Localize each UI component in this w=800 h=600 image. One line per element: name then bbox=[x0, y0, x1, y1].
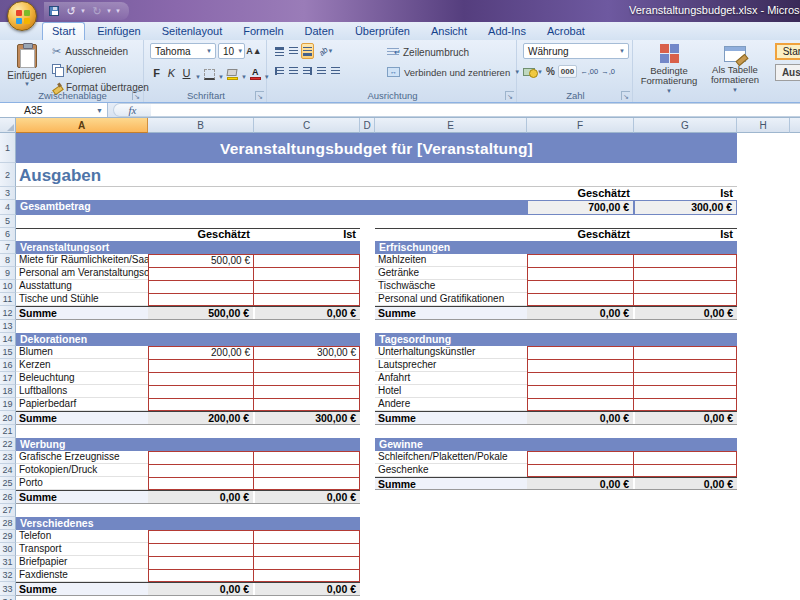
sum-actual-value[interactable]: 0,00 € bbox=[255, 490, 360, 504]
borders-button[interactable] bbox=[203, 65, 216, 80]
alignment-dialog-launcher[interactable]: ↘ bbox=[505, 91, 514, 100]
item-label[interactable]: Transport bbox=[16, 543, 148, 556]
align-bottom-button[interactable] bbox=[301, 43, 314, 59]
font-name-combo[interactable]: Tahoma▼ bbox=[150, 43, 216, 59]
sum-estimated-value[interactable]: 0,00 € bbox=[527, 411, 633, 425]
sum-label[interactable]: Summe bbox=[16, 306, 148, 320]
section-band-right-0[interactable]: Erfrischungen bbox=[375, 241, 737, 254]
underline-button[interactable]: U bbox=[180, 65, 193, 80]
paste-dropdown-icon[interactable]: ▼ bbox=[24, 81, 30, 87]
align-left-button[interactable] bbox=[273, 63, 286, 79]
row-header-29[interactable]: 29 bbox=[0, 530, 16, 543]
actual-header[interactable]: Ist bbox=[634, 228, 737, 241]
decrease-decimal-button[interactable]: →,0 bbox=[601, 67, 615, 76]
item-actual-value[interactable]: 300,00 € bbox=[254, 346, 360, 359]
item-estimated-value[interactable]: 200,00 € bbox=[148, 346, 254, 359]
tab-einfgen[interactable]: Einfügen bbox=[88, 23, 149, 40]
item-label[interactable]: Getränke bbox=[375, 267, 527, 280]
item-label[interactable]: Blumen bbox=[16, 346, 148, 359]
item-label[interactable]: Porto bbox=[16, 477, 148, 490]
item-label[interactable]: Tischwäsche bbox=[375, 280, 527, 293]
actual-header[interactable]: Ist bbox=[634, 187, 737, 200]
row-header-18[interactable]: 18 bbox=[0, 385, 16, 398]
item-label[interactable]: Geschenke bbox=[375, 464, 527, 477]
clipboard-dialog-launcher[interactable]: ↘ bbox=[132, 91, 141, 100]
office-button[interactable] bbox=[7, 1, 37, 31]
select-all-corner[interactable] bbox=[0, 118, 16, 133]
column-header-A[interactable]: A bbox=[16, 118, 148, 133]
percent-style-button[interactable]: % bbox=[546, 66, 555, 77]
underline-dropdown-icon[interactable]: ▼ bbox=[195, 74, 201, 80]
align-center-button[interactable] bbox=[287, 63, 300, 79]
row-header-14[interactable]: 14 bbox=[0, 333, 16, 346]
number-format-combo[interactable]: Währung▼ bbox=[523, 43, 629, 59]
tab-start[interactable]: Start bbox=[42, 22, 85, 40]
section-band-left-0[interactable]: Veranstaltungsort bbox=[16, 241, 360, 254]
input-cell-range[interactable] bbox=[148, 451, 254, 490]
item-label[interactable]: Ausstattung bbox=[16, 280, 148, 293]
formula-input[interactable] bbox=[151, 103, 800, 117]
section-band-left-2[interactable]: Werbung bbox=[16, 438, 360, 451]
item-label[interactable]: Briefpapier bbox=[16, 556, 148, 569]
sheet-heading[interactable]: Ausgaben bbox=[16, 163, 737, 187]
fill-color-dropdown-icon[interactable]: ▼ bbox=[241, 74, 247, 80]
tab-acrobat[interactable]: Acrobat bbox=[538, 23, 594, 40]
row-header-22[interactable]: 22 bbox=[0, 438, 16, 451]
sum-actual-value[interactable]: 0,00 € bbox=[635, 306, 737, 320]
input-cell-range[interactable] bbox=[527, 346, 634, 411]
item-label[interactable]: Lautsprecher bbox=[375, 359, 527, 372]
estimated-header[interactable]: Geschätzt bbox=[527, 187, 634, 200]
row-header-24[interactable]: 24 bbox=[0, 464, 16, 477]
item-label[interactable]: Miete für Räumlichkeiten/Saal bbox=[16, 254, 148, 267]
sum-estimated-value[interactable]: 0,00 € bbox=[148, 582, 253, 596]
row-header-19[interactable]: 19 bbox=[0, 398, 16, 411]
row-header-7[interactable]: 7 bbox=[0, 241, 16, 254]
row-header-32[interactable]: 32 bbox=[0, 569, 16, 582]
item-label[interactable]: Beleuchtung bbox=[16, 372, 148, 385]
row-header-27[interactable]: 27 bbox=[0, 504, 16, 517]
sum-estimated-value[interactable]: 500,00 € bbox=[148, 306, 253, 320]
sum-label[interactable]: Summe bbox=[16, 490, 148, 504]
item-label[interactable]: Anfahrt bbox=[375, 372, 527, 385]
row-header-26[interactable]: 26 bbox=[0, 490, 16, 504]
column-header-E[interactable]: E bbox=[375, 118, 527, 133]
row-header-20[interactable]: 20 bbox=[0, 411, 16, 425]
input-cell-range[interactable] bbox=[254, 451, 360, 490]
worksheet[interactable]: ABCDEFGH12345678910111213141516171819202… bbox=[0, 118, 800, 600]
insert-function-button[interactable]: fx bbox=[113, 103, 151, 117]
row-header-11[interactable]: 11 bbox=[0, 293, 16, 306]
align-right-button[interactable] bbox=[301, 63, 314, 79]
item-label[interactable]: Luftballons bbox=[16, 385, 148, 398]
increase-decimal-button[interactable]: ←,00 bbox=[580, 67, 598, 76]
grow-font-button[interactable]: A▲ bbox=[247, 44, 261, 59]
orientation-button[interactable]: ab▼ bbox=[315, 43, 337, 59]
wrap-text-button[interactable]: Zeilenumbruch bbox=[387, 45, 520, 59]
row-header-30[interactable]: 30 bbox=[0, 543, 16, 556]
merge-center-button[interactable]: ↔Verbinden und zentrieren▼ bbox=[387, 65, 520, 79]
fill-color-button[interactable] bbox=[226, 65, 239, 80]
sum-actual-value[interactable]: 0,00 € bbox=[255, 582, 360, 596]
row-header-13[interactable]: 13 bbox=[0, 320, 16, 333]
item-label[interactable]: Personal am Veranstaltungsort bbox=[16, 267, 148, 280]
sum-estimated-value[interactable]: 0,00 € bbox=[148, 490, 253, 504]
column-header-D[interactable]: D bbox=[360, 118, 375, 133]
row-header-12[interactable]: 12 bbox=[0, 306, 16, 320]
number-dialog-launcher[interactable]: ↘ bbox=[621, 91, 630, 100]
copy-button[interactable]: Kopieren bbox=[52, 62, 149, 76]
increase-indent-button[interactable] bbox=[329, 63, 342, 79]
item-label[interactable]: Mahlzeiten bbox=[375, 254, 527, 267]
undo-dropdown-icon[interactable]: ▼ bbox=[80, 8, 88, 14]
tab-formeln[interactable]: Formeln bbox=[234, 23, 292, 40]
sum-label[interactable]: Summe bbox=[16, 411, 148, 425]
sum-label[interactable]: Summe bbox=[375, 411, 527, 425]
sum-label[interactable]: Summe bbox=[16, 582, 148, 596]
row-header-3[interactable]: 3 bbox=[0, 187, 16, 200]
name-box[interactable]: A35▼ bbox=[0, 103, 108, 117]
decrease-indent-button[interactable] bbox=[315, 63, 328, 79]
row-header-5[interactable]: 5 bbox=[0, 215, 16, 228]
row-header-1[interactable]: 1 bbox=[0, 133, 16, 163]
redo-button[interactable]: ↻ bbox=[89, 3, 105, 19]
tab-daten[interactable]: Daten bbox=[296, 23, 343, 40]
row-header-2[interactable]: 2 bbox=[0, 163, 16, 187]
row-header-25[interactable]: 25 bbox=[0, 477, 16, 490]
